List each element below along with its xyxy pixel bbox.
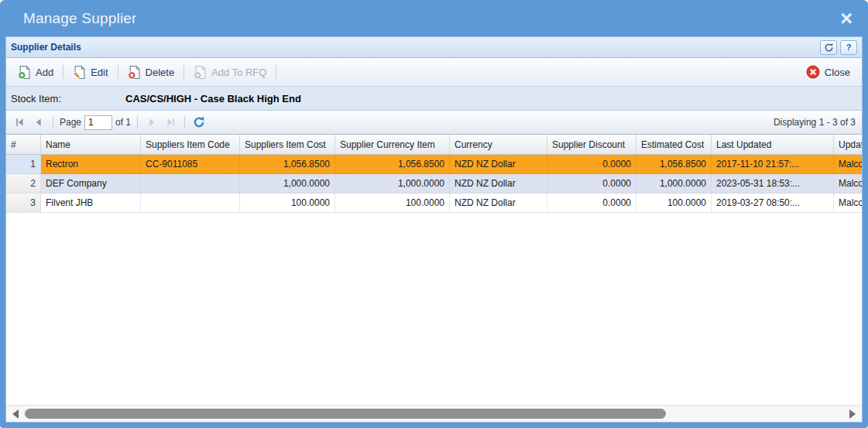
table-cell: 1,056.8500 bbox=[636, 155, 712, 174]
column-header-suppliers-item-cost[interactable]: Suppliers Item Cost bbox=[240, 135, 335, 155]
panel-refresh-button[interactable] bbox=[820, 40, 837, 55]
first-page-button[interactable] bbox=[12, 115, 28, 130]
toolbar-separator bbox=[276, 65, 276, 79]
table-row[interactable]: 3Filvent JHB100.0000100.0000NZD NZ Dolla… bbox=[6, 193, 862, 213]
table-cell: 1,000.0000 bbox=[636, 174, 712, 193]
delete-icon bbox=[128, 66, 141, 79]
scroll-left-icon[interactable] bbox=[12, 409, 19, 419]
prev-page-icon bbox=[33, 117, 44, 128]
add-button-label: Add bbox=[36, 67, 53, 78]
table-cell: NZD NZ Dollar bbox=[450, 174, 547, 193]
grid-rows: 1RectronCC-90110851,056.85001,056.8500NZ… bbox=[6, 155, 862, 405]
table-cell: 0.0000 bbox=[547, 155, 636, 174]
column-header-row-number[interactable]: # bbox=[6, 135, 41, 155]
table-cell: 2017-11-10 21:57:... bbox=[712, 155, 834, 174]
table-cell: Rectron bbox=[41, 155, 141, 174]
page-of-label: of 1 bbox=[115, 117, 131, 128]
window-title: Manage Supplier bbox=[23, 10, 837, 27]
grid-header: #NameSuppliers Item CodeSuppliers Item C… bbox=[6, 135, 862, 155]
horizontal-scrollbar[interactable] bbox=[6, 405, 862, 422]
column-header-last-updated[interactable]: Last Updated bbox=[712, 135, 834, 155]
table-cell: Filvent JHB bbox=[41, 193, 141, 213]
table-cell: 100.0000 bbox=[636, 193, 712, 213]
table-cell: 1,056.8500 bbox=[335, 155, 450, 174]
edit-button-label: Edit bbox=[91, 67, 108, 78]
table-row[interactable]: 1RectronCC-90110851,056.85001,056.8500NZ… bbox=[6, 155, 862, 174]
table-cell: DEF Company bbox=[41, 174, 141, 193]
paging-refresh-button[interactable] bbox=[191, 115, 207, 130]
close-button[interactable]: Close bbox=[801, 62, 856, 82]
delete-button-label: Delete bbox=[146, 67, 175, 78]
table-cell: NZD NZ Dollar bbox=[450, 155, 547, 174]
table-row[interactable]: 2DEF Company1,000.00001,000.0000NZD NZ D… bbox=[6, 174, 862, 193]
table-cell: 0.0000 bbox=[547, 174, 636, 193]
toolbar: Add Edit bbox=[6, 58, 862, 87]
add-to-rfq-button-label: Add To RFQ bbox=[211, 67, 266, 78]
add-button[interactable]: Add bbox=[12, 63, 59, 82]
table-cell: Malcolm bbox=[834, 174, 862, 193]
supplier-grid: #NameSuppliers Item CodeSuppliers Item C… bbox=[6, 135, 862, 422]
column-header-suppliers-item-code[interactable]: Suppliers Item Code bbox=[141, 135, 240, 155]
table-cell: CC-9011085 bbox=[141, 155, 240, 174]
column-header-updated-by[interactable]: Updated By bbox=[834, 135, 862, 155]
column-header-supplier-discount[interactable]: Supplier Discount bbox=[547, 135, 636, 155]
last-page-icon bbox=[165, 117, 176, 128]
table-cell bbox=[141, 193, 240, 213]
window-titlebar: Manage Supplier × bbox=[0, 0, 868, 36]
close-button-label: Close bbox=[825, 67, 850, 78]
table-cell: 2023-05-31 18:53:... bbox=[712, 174, 834, 193]
column-header-estimated-cost[interactable]: Estimated Cost bbox=[636, 135, 712, 155]
row-number-cell: 3 bbox=[6, 193, 41, 213]
edit-icon bbox=[73, 66, 86, 79]
edit-button[interactable]: Edit bbox=[67, 63, 113, 82]
table-cell: 1,000.0000 bbox=[335, 174, 450, 193]
paging-refresh-icon bbox=[193, 116, 205, 128]
prev-page-button[interactable] bbox=[31, 115, 46, 130]
toolbar-separator bbox=[118, 65, 118, 79]
paging-toolbar: Page of 1 Displa bbox=[6, 111, 862, 135]
window-close-icon[interactable]: × bbox=[837, 11, 856, 26]
paging-separator bbox=[184, 116, 185, 128]
table-cell: 1,056.8500 bbox=[240, 155, 335, 174]
column-header-currency[interactable]: Currency bbox=[450, 135, 547, 155]
table-cell: 100.0000 bbox=[240, 193, 335, 213]
last-page-button[interactable] bbox=[163, 115, 178, 130]
scrollbar-thumb[interactable] bbox=[25, 409, 666, 419]
table-cell: Malcolm bbox=[834, 193, 862, 213]
next-page-button[interactable] bbox=[144, 115, 160, 130]
column-header-name[interactable]: Name bbox=[41, 135, 141, 155]
stock-item-value: CAS/CS/HIGH - Case Black High End bbox=[125, 93, 301, 104]
row-number-cell: 1 bbox=[6, 155, 41, 174]
close-icon bbox=[806, 65, 820, 79]
panel-title: Supplier Details bbox=[11, 42, 817, 53]
page-label: Page bbox=[60, 117, 81, 128]
column-header-supplier-currency-item[interactable]: Supplier Currency Item bbox=[335, 135, 450, 155]
table-cell: 2019-03-27 08:50:... bbox=[712, 193, 834, 213]
add-icon bbox=[18, 66, 31, 79]
table-cell: 1,000.0000 bbox=[240, 174, 335, 193]
refresh-icon bbox=[824, 43, 834, 53]
paging-status: Displaying 1 - 3 of 3 bbox=[210, 117, 856, 128]
add-to-rfq-button[interactable]: Add To RFQ bbox=[188, 63, 272, 82]
panel-header: Supplier Details ? bbox=[6, 37, 862, 58]
table-cell: NZD NZ Dollar bbox=[450, 193, 547, 213]
stock-item-row: Stock Item: CAS/CS/HIGH - Case Black Hig… bbox=[6, 87, 862, 111]
add-to-rfq-icon bbox=[194, 66, 207, 79]
paging-separator bbox=[137, 116, 138, 128]
first-page-icon bbox=[15, 117, 26, 128]
stock-item-label: Stock Item: bbox=[11, 93, 125, 104]
paging-separator bbox=[53, 116, 53, 128]
toolbar-separator bbox=[184, 65, 184, 79]
next-page-icon bbox=[146, 117, 157, 128]
window-body: Supplier Details ? Add bbox=[5, 36, 863, 423]
table-cell: 0.0000 bbox=[547, 193, 636, 213]
table-cell: 100.0000 bbox=[335, 193, 450, 213]
help-icon: ? bbox=[846, 43, 852, 52]
panel-help-button[interactable]: ? bbox=[840, 40, 857, 55]
table-cell bbox=[141, 174, 240, 193]
delete-button[interactable]: Delete bbox=[122, 63, 180, 82]
table-cell: Malcolm bbox=[834, 155, 862, 174]
toolbar-separator bbox=[63, 65, 63, 79]
scroll-right-icon[interactable] bbox=[849, 409, 856, 419]
page-number-input[interactable] bbox=[84, 115, 112, 130]
